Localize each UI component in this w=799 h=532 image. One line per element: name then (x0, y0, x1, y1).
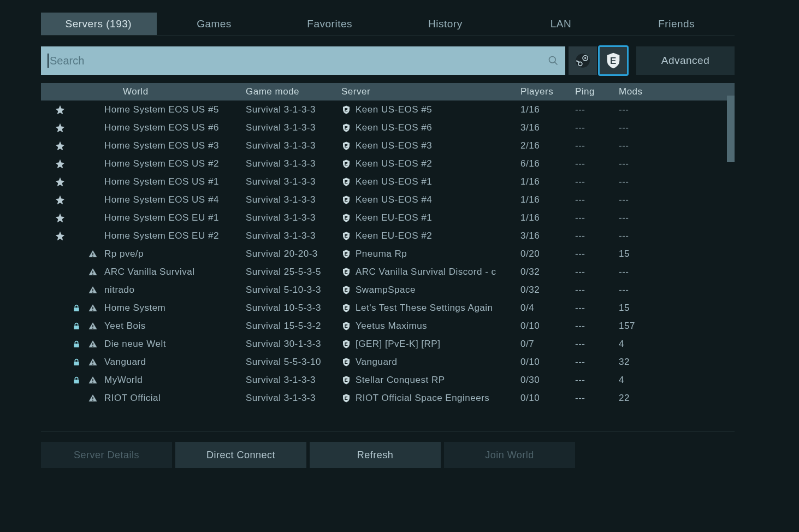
tab-history[interactable]: History (388, 13, 504, 35)
server-row[interactable]: Home SystemSurvival 10-5-3-3ELet's Test … (41, 299, 735, 317)
header-mods[interactable]: Mods (619, 86, 662, 97)
svg-text:E: E (345, 377, 348, 383)
server-row[interactable]: VanguardSurvival 5-5-3-10EVanguard0/10--… (41, 353, 735, 371)
tab-games[interactable]: Games (157, 13, 273, 35)
server-name: Let's Test These Settings Again (356, 303, 493, 314)
svg-text:E: E (345, 161, 348, 167)
steam-filter-button[interactable] (569, 46, 597, 75)
tab-servers[interactable]: Servers (193) (41, 13, 157, 35)
server-name: Yeetus Maximus (356, 321, 427, 332)
scrollbar-thumb[interactable] (727, 96, 735, 162)
favorite-icon[interactable] (52, 176, 68, 187)
server-row[interactable]: Home System EOS US #5Survival 3-1-3-3EKe… (41, 101, 735, 119)
svg-rect-25 (92, 306, 93, 309)
header-mode[interactable]: Game mode (246, 86, 341, 97)
svg-line-1 (555, 62, 558, 65)
server-name: Keen EU-EOS #1 (356, 212, 432, 223)
svg-rect-29 (92, 324, 93, 327)
server-row[interactable]: Home System EOS US #3Survival 3-1-3-3EKe… (41, 137, 735, 155)
favorite-icon[interactable] (52, 122, 68, 133)
warning-icon (85, 321, 101, 331)
ping-value: --- (575, 158, 619, 169)
server-name: Keen US-EOS #2 (356, 158, 432, 169)
svg-rect-30 (92, 328, 93, 329)
server-list: Home System EOS US #5Survival 3-1-3-3EKe… (41, 101, 735, 407)
world-name: RIOT Official (104, 393, 161, 404)
svg-rect-18 (92, 270, 93, 273)
world-name: Rp pve/p (104, 249, 144, 259)
server-row[interactable]: Yeet BoisSurvival 15-5-3-2EYeetus Maximu… (41, 317, 735, 335)
tab-friends[interactable]: Friends (619, 13, 735, 35)
svg-text:E: E (345, 143, 348, 149)
header-ping[interactable]: Ping (575, 86, 619, 97)
eos-filter-button[interactable]: E (599, 46, 628, 75)
svg-rect-45 (92, 400, 93, 401)
favorite-icon[interactable] (52, 158, 68, 169)
svg-rect-34 (92, 346, 93, 347)
mods-count: --- (619, 285, 662, 295)
platform-icon: E (341, 231, 351, 241)
game-mode: Survival 20-20-3 (246, 249, 341, 259)
tab-lan[interactable]: LAN (504, 13, 619, 35)
server-row[interactable]: Home System EOS EU #2Survival 3-1-3-3EKe… (41, 227, 735, 245)
server-row[interactable]: Die neue WeltSurvival 30-1-3-3E[GER] [Pv… (41, 335, 735, 353)
svg-point-0 (549, 57, 556, 63)
header-players[interactable]: Players (520, 86, 575, 97)
player-count: 3/16 (520, 230, 575, 241)
svg-point-4 (584, 57, 587, 60)
server-row[interactable]: Home System EOS US #6Survival 3-1-3-3EKe… (41, 119, 735, 137)
ping-value: --- (575, 176, 619, 187)
svg-text:E: E (345, 215, 348, 221)
server-details-button[interactable]: Server Details (41, 442, 172, 468)
join-world-button[interactable]: Join World (444, 442, 575, 468)
server-name: Vanguard (356, 357, 397, 368)
server-row[interactable]: Home System EOS EU #1Survival 3-1-3-3EKe… (41, 209, 735, 227)
header-server[interactable]: Server (341, 86, 520, 97)
platform-icon: E (341, 267, 351, 277)
server-name: Keen US-EOS #3 (356, 140, 432, 151)
favorite-icon[interactable] (52, 230, 68, 241)
server-row[interactable]: Rp pve/pSurvival 20-20-3EPneuma Rp0/20--… (41, 245, 735, 263)
ping-value: --- (575, 230, 619, 241)
server-row[interactable]: nitradoSurvival 5-10-3-3ESwampSpace0/32-… (41, 281, 735, 299)
svg-rect-33 (92, 342, 93, 345)
platform-icon: E (341, 213, 351, 223)
platform-icon: E (341, 357, 351, 367)
svg-rect-28 (74, 326, 79, 329)
search-box[interactable] (41, 46, 565, 75)
favorite-icon[interactable] (52, 140, 68, 151)
svg-text:E: E (345, 197, 348, 203)
server-row[interactable]: Home System EOS US #4Survival 3-1-3-3EKe… (41, 191, 735, 209)
header-world[interactable]: World (85, 86, 246, 97)
server-row[interactable]: Home System EOS US #1Survival 3-1-3-3EKe… (41, 173, 735, 191)
server-row[interactable]: RIOT OfficialSurvival 3-1-3-3ERIOT Offic… (41, 389, 735, 407)
platform-icon: E (341, 195, 351, 205)
svg-text:E: E (345, 287, 348, 293)
world-name: Home System EOS US #4 (104, 194, 219, 205)
ping-value: --- (575, 122, 619, 133)
advanced-button[interactable]: Advanced (636, 46, 735, 75)
ping-value: --- (575, 303, 619, 314)
direct-connect-button[interactable]: Direct Connect (175, 442, 306, 468)
refresh-button[interactable]: Refresh (310, 442, 441, 468)
search-input[interactable] (50, 55, 548, 67)
favorite-icon[interactable] (52, 212, 68, 223)
svg-rect-38 (92, 364, 93, 365)
tab-favorites[interactable]: Favorites (272, 13, 388, 35)
steam-icon (575, 53, 590, 68)
server-row[interactable]: Home System EOS US #2Survival 3-1-3-3EKe… (41, 155, 735, 173)
warning-icon (85, 357, 101, 367)
svg-text:E: E (345, 341, 348, 347)
favorite-icon[interactable] (52, 104, 68, 115)
svg-rect-26 (92, 310, 93, 311)
server-row[interactable]: ARC Vanilla SurvivalSurvival 25-5-3-5EAR… (41, 263, 735, 281)
warning-icon (85, 375, 101, 385)
svg-text:E: E (610, 56, 617, 66)
game-mode: Survival 3-1-3-3 (246, 212, 341, 223)
warning-icon (85, 285, 101, 295)
server-row[interactable]: MyWorldSurvival 3-1-3-3EStellar Conquest… (41, 371, 735, 389)
platform-icon: E (341, 285, 351, 295)
player-count: 0/10 (520, 321, 575, 332)
lock-icon (68, 358, 85, 367)
favorite-icon[interactable] (52, 194, 68, 205)
